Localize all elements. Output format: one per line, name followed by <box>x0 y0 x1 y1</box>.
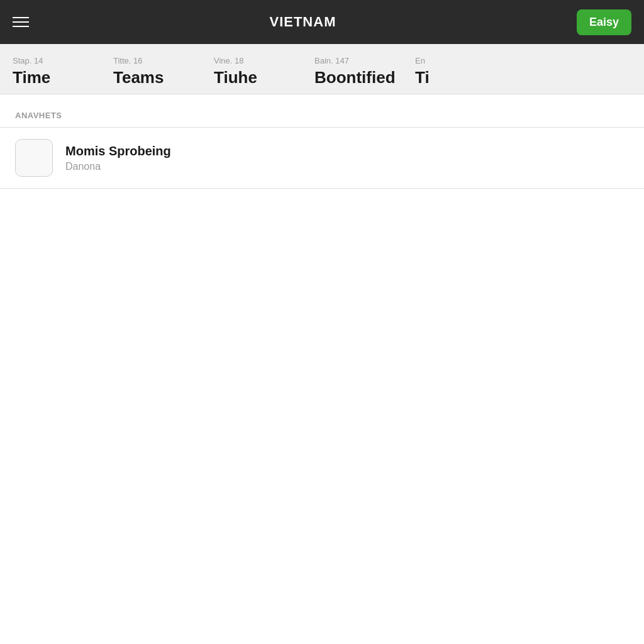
tab-tiuhe-value: Tiuhe <box>214 68 257 87</box>
tab-tiuhe-label: Vine. 18 <box>214 56 243 65</box>
list-item-name: Momis Sprobeing <box>65 144 171 158</box>
tab-time[interactable]: Stap. 14 Time <box>13 56 113 87</box>
content-area: ANAVHETS Momis Sprobeing Danona <box>0 94 644 189</box>
tab-teams-value: Teams <box>113 68 164 87</box>
easy-button[interactable]: Eaisy <box>577 9 631 35</box>
section-header: ANAVHETS <box>0 94 644 127</box>
tab-time-value: Time <box>13 68 50 87</box>
tab-time-label: Stap. 14 <box>13 56 43 65</box>
app-title: VIETNAM <box>269 14 336 30</box>
tab-tiuhe[interactable]: Vine. 18 Tiuhe <box>214 56 314 87</box>
list-item-info: Momis Sprobeing Danona <box>65 144 171 172</box>
tab-boontified-label: Bain. 147 <box>314 56 349 65</box>
tab-ti-value: Ti <box>415 68 430 87</box>
list-item[interactable]: Momis Sprobeing Danona <box>0 128 644 189</box>
tab-boontified[interactable]: Bain. 147 Boontified <box>314 56 415 87</box>
list-item-subtitle: Danona <box>65 161 171 172</box>
section-title: ANAVHETS <box>15 111 62 120</box>
app-header: VIETNAM Eaisy <box>0 0 644 44</box>
tab-boontified-value: Boontified <box>314 68 396 87</box>
tabs-bar: Stap. 14 Time Titte. 16 Teams Vine. 18 T… <box>0 44 644 94</box>
tab-teams-label: Titte. 16 <box>113 56 142 65</box>
tab-ti[interactable]: En Ti <box>415 56 516 87</box>
tab-teams[interactable]: Titte. 16 Teams <box>113 56 214 87</box>
avatar <box>15 139 53 177</box>
tab-ti-label: En <box>415 56 425 65</box>
menu-button[interactable] <box>13 17 29 27</box>
